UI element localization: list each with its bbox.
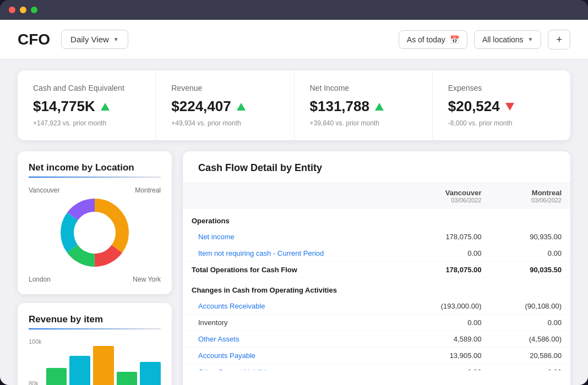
net-income-link[interactable]: Net income bbox=[198, 233, 235, 241]
up-arrow-icon bbox=[237, 103, 246, 111]
other-current-liabilities-link[interactable]: Other Current Liabilities bbox=[198, 368, 274, 370]
other-assets-v2: (4,586.00) bbox=[490, 331, 570, 348]
bar-3 bbox=[93, 346, 114, 386]
table-row: Inventory 0.00 0.00 bbox=[183, 315, 570, 331]
table-row: Other Current Liabilities 0.00 0.00 bbox=[183, 364, 570, 371]
accounts-receivable-v1: (193,000.00) bbox=[404, 298, 490, 315]
accounts-payable-v2: 20,586.00 bbox=[490, 348, 570, 364]
london-label: London bbox=[29, 276, 94, 283]
net-income-row-label: Net income bbox=[183, 229, 404, 245]
table-row: Net income 178,075.00 90,935.00 bbox=[183, 229, 570, 245]
col-header-montreal: Montreal 03/06/2022 bbox=[490, 183, 570, 209]
cash-flow-table-container[interactable]: Vancouver 03/06/2022 Montreal 03/06/2022 bbox=[183, 183, 570, 370]
net-income-sub: +39,840 vs. prior month bbox=[310, 119, 417, 127]
donut-chart bbox=[56, 194, 133, 271]
other-assets-row-label: Other Assets bbox=[183, 331, 404, 348]
revenue-label: Revenue bbox=[171, 84, 278, 92]
revenue-by-item-card: Revenue by item 100k 80k bbox=[18, 303, 172, 385]
other-assets-link[interactable]: Other Assets bbox=[198, 335, 239, 343]
bars-area bbox=[46, 338, 161, 385]
montreal-col-date: 03/06/2022 bbox=[531, 197, 562, 204]
y-axis-labels: 100k 80k bbox=[29, 338, 42, 385]
revenue-sub: +49,934 vs. prior month bbox=[171, 119, 278, 127]
other-current-liabilities-v2: 0.00 bbox=[490, 364, 570, 371]
net-income-location-card: Net income by Location Vancouver Montrea… bbox=[18, 151, 172, 294]
browser-window: CFO Daily View ▼ As of today 📅 All locat… bbox=[0, 0, 588, 385]
accounts-payable-v1: 13,905.00 bbox=[404, 348, 490, 364]
montreal-col-name: Montreal bbox=[532, 189, 562, 197]
table-row: Accounts Payable 13,905.00 20,586.00 bbox=[183, 348, 570, 364]
net-income-value-row: $131,788 bbox=[310, 98, 417, 115]
other-current-liabilities-row-label: Other Current Liabilities bbox=[183, 364, 404, 371]
bar-5 bbox=[140, 362, 161, 385]
all-locations-label: All locations bbox=[482, 35, 524, 44]
cash-flow-panel: Cash Flow Detail by Entity Vancouver 03/… bbox=[183, 151, 570, 385]
net-income-value: $131,788 bbox=[310, 98, 369, 115]
cash-label: Cash and Cash Equivalent bbox=[33, 84, 140, 92]
as-of-today-label: As of today bbox=[407, 35, 445, 44]
expenses-card: Expenses $20,524 -8,000 vs. prior month bbox=[433, 70, 570, 140]
panel-divider bbox=[29, 177, 161, 178]
daily-view-label: Daily View bbox=[70, 35, 109, 44]
chevron-down-icon: ▼ bbox=[113, 36, 119, 42]
as-of-today-button[interactable]: As of today 📅 bbox=[399, 30, 467, 49]
vancouver-col-date: 03/06/2022 bbox=[451, 197, 481, 204]
bar-1 bbox=[46, 368, 67, 385]
down-arrow-icon bbox=[505, 103, 514, 111]
expenses-sub: -8,000 vs. prior month bbox=[448, 119, 555, 127]
accounts-receivable-link[interactable]: Accounts Receivable bbox=[198, 302, 265, 310]
cash-flow-table: Vancouver 03/06/2022 Montreal 03/06/2022 bbox=[183, 183, 570, 370]
browser-chrome bbox=[0, 0, 588, 20]
changes-header-row: Changes in Cash from Operating Activitie… bbox=[183, 278, 570, 299]
left-panel: Net income by Location Vancouver Montrea… bbox=[18, 151, 172, 385]
top-bar-right: As of today 📅 All locations ▼ + bbox=[399, 30, 570, 50]
bar-chart: 100k 80k bbox=[29, 338, 161, 385]
total-operations-label: Total Operations for Cash Flow bbox=[183, 262, 404, 278]
bar-4 bbox=[117, 372, 138, 385]
accounts-receivable-row-label: Accounts Receivable bbox=[183, 298, 404, 315]
top-bar-left: CFO Daily View ▼ bbox=[18, 30, 128, 49]
minimize-dot[interactable] bbox=[20, 7, 26, 13]
table-row: Item not requiring cash - Current Period… bbox=[183, 245, 570, 262]
accounts-receivable-v2: (90,108.00) bbox=[490, 298, 570, 315]
accounts-payable-row-label: Accounts Payable bbox=[183, 348, 404, 364]
vancouver-col-name: Vancouver bbox=[445, 189, 482, 197]
item-not-requiring-row-label: Item not requiring cash - Current Period bbox=[183, 245, 404, 262]
table-row: Accounts Receivable (193,000.00) (90,108… bbox=[183, 298, 570, 315]
maximize-dot[interactable] bbox=[31, 7, 37, 13]
inventory-v1: 0.00 bbox=[404, 315, 490, 331]
cash-value-row: $14,775K bbox=[33, 98, 140, 115]
item-not-requiring-v2: 0.00 bbox=[490, 245, 570, 262]
calendar-icon: 📅 bbox=[450, 35, 459, 44]
expenses-label: Expenses bbox=[448, 84, 555, 92]
all-locations-button[interactable]: All locations ▼ bbox=[474, 30, 542, 49]
vancouver-label: Vancouver bbox=[29, 186, 94, 194]
total-operations-row: Total Operations for Cash Flow 178,075.0… bbox=[183, 262, 570, 278]
inventory-row-label: Inventory bbox=[183, 315, 404, 331]
daily-view-button[interactable]: Daily View ▼ bbox=[61, 30, 128, 49]
expenses-value: $20,524 bbox=[448, 98, 500, 115]
item-not-requiring-link[interactable]: Item not requiring cash - Current Period bbox=[198, 249, 324, 257]
bar-2 bbox=[69, 356, 90, 386]
total-operations-v2: 90,035.50 bbox=[490, 262, 570, 278]
net-income-label: Net Income bbox=[310, 84, 417, 92]
cash-sub: +147,923 vs. prior month bbox=[33, 119, 140, 127]
accounts-payable-link[interactable]: Accounts Payable bbox=[198, 351, 255, 360]
page-title: CFO bbox=[18, 31, 50, 48]
cash-value: $14,775K bbox=[33, 98, 95, 115]
cash-card: Cash and Cash Equivalent $14,775K +147,9… bbox=[18, 70, 156, 140]
donut-top-labels: Vancouver Montreal bbox=[29, 186, 161, 194]
item-not-requiring-v1: 0.00 bbox=[404, 245, 490, 262]
y-label-100k: 100k bbox=[29, 338, 42, 345]
expenses-value-row: $20,524 bbox=[448, 98, 555, 115]
y-label-80k: 80k bbox=[29, 380, 42, 385]
main-content: Net income by Location Vancouver Montrea… bbox=[0, 151, 588, 385]
donut-bottom-labels: London New York bbox=[29, 276, 161, 283]
revenue-card: Revenue $224,407 +49,934 vs. prior month bbox=[156, 70, 294, 140]
close-dot[interactable] bbox=[9, 7, 15, 13]
add-button[interactable]: + bbox=[548, 30, 570, 50]
revenue-value: $224,407 bbox=[171, 98, 231, 115]
revenue-by-item-title: Revenue by item bbox=[29, 314, 161, 325]
other-assets-v1: 4,589.00 bbox=[404, 331, 490, 348]
net-income-location-title: Net income by Location bbox=[29, 162, 161, 173]
